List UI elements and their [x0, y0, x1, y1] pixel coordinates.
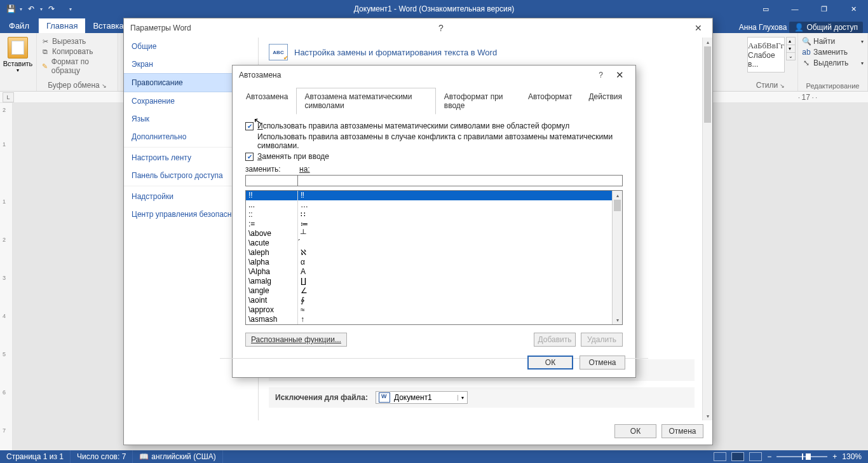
style-gallery-more-icon[interactable]: ⌄ — [787, 53, 795, 60]
ac-tab-autoformat-type[interactable]: Автоформат при вводе — [436, 88, 520, 114]
row-with: ┴ — [298, 229, 612, 238]
zoom-out-button[interactable]: − — [767, 452, 771, 461]
scroll-up-icon[interactable]: ▴ — [613, 191, 622, 200]
scroll-up-icon[interactable]: ▴ — [703, 38, 712, 46]
maximize-icon[interactable]: ❐ — [810, 0, 839, 18]
view-print-icon[interactable] — [731, 452, 744, 461]
ac-tab-actions[interactable]: Действия — [580, 88, 630, 114]
autocorrect-help-icon[interactable]: ? — [591, 71, 611, 79]
row-replace: :: — [246, 210, 298, 219]
checkbox-icon[interactable]: ✔ — [245, 122, 254, 130]
scroll-down-icon[interactable]: ▾ — [703, 411, 712, 420]
style-gallery-down-icon[interactable]: ▾ — [787, 45, 795, 53]
scroll-down-icon[interactable]: ▾ — [613, 315, 622, 324]
find-button[interactable]: 🔍Найти▾ — [802, 37, 864, 46]
dialog-launcher-icon[interactable]: ↘ — [102, 83, 107, 89]
qat-undo-dropdown[interactable]: ▾ — [38, 6, 44, 12]
chevron-down-icon[interactable]: ▾ — [458, 395, 467, 401]
checkbox-icon[interactable]: ✔ — [245, 153, 254, 161]
tab-home[interactable]: Главная — [39, 18, 85, 33]
ac-tab-autoformat[interactable]: Автоформат — [520, 88, 581, 114]
list-row[interactable]: \AlphaΑ — [246, 267, 612, 277]
share-button[interactable]: 👤 Общий доступ — [789, 22, 863, 33]
copy-icon: ⧉ — [41, 47, 50, 56]
cut-button[interactable]: ✂Вырезать — [41, 37, 114, 46]
redo-icon[interactable]: ↷ — [44, 2, 58, 16]
status-page[interactable]: Страница 1 из 1 — [0, 450, 71, 463]
list-row[interactable]: ::∷ — [246, 210, 612, 219]
zoom-slider[interactable] — [776, 456, 827, 457]
zoom-level[interactable]: 130% — [842, 452, 862, 461]
chk-use-math-outside[interactable]: ✔ Использовать правила автозамены матема… — [245, 121, 623, 130]
options-cancel-button[interactable]: Отмена — [661, 424, 703, 438]
options-close-icon[interactable]: ✕ — [691, 23, 706, 33]
titlebar: 💾 ▾ ↶ ▾ ↷ ▾ Документ1 - Word (Ознакомите… — [0, 0, 868, 18]
minimize-icon[interactable]: — — [780, 0, 810, 18]
tab-selector[interactable]: L — [3, 92, 14, 102]
list-row[interactable]: \asmash↑ — [246, 315, 612, 324]
ribbon-display-options-icon[interactable]: ▭ — [751, 0, 780, 18]
find-label: Найти — [813, 37, 835, 46]
list-row[interactable]: \angle∠ — [246, 286, 612, 296]
options-ok-button[interactable]: ОК — [614, 424, 656, 438]
view-read-icon[interactable] — [714, 452, 726, 461]
format-painter-label: Формат по образцу — [51, 57, 114, 75]
editing-group-label: Редактирование — [802, 81, 864, 91]
add-button[interactable]: Добавить — [534, 333, 576, 347]
undo-icon[interactable]: ↶ — [24, 2, 38, 16]
qat-save-dropdown[interactable]: ▾ — [18, 6, 24, 12]
format-painter-button[interactable]: ✎Формат по образцу — [41, 57, 114, 75]
delete-button[interactable]: Удалить — [581, 333, 623, 347]
paste-dropdown-icon[interactable]: ▾ — [17, 67, 19, 73]
status-word-count[interactable]: Число слов: 7 — [71, 450, 133, 463]
list-row[interactable]: !!‼ — [246, 191, 612, 200]
list-scrollbar[interactable]: ▴ ▾ — [612, 191, 622, 324]
style-card[interactable]: АаБбВвГг Слабое в... — [747, 37, 785, 73]
statusbar: Страница 1 из 1 Число слов: 7 📖английски… — [0, 450, 868, 463]
vertical-ruler[interactable]: 2 1 1 2 3 4 5 6 7 — [0, 103, 13, 450]
list-row[interactable]: \acuté — [246, 238, 612, 248]
status-language[interactable]: 📖английский (США) — [133, 450, 222, 463]
list-row[interactable]: \alephℵ — [246, 248, 612, 258]
tab-file[interactable]: Файл — [0, 18, 39, 33]
select-button[interactable]: ⤡Выделить▾ — [802, 59, 864, 67]
list-row[interactable]: \amalg∐ — [246, 277, 612, 286]
qat-customize-dropdown[interactable]: ▾ — [67, 6, 74, 12]
view-web-icon[interactable] — [749, 452, 762, 461]
ac-tab-math[interactable]: Автозамена математическими символами — [296, 88, 435, 114]
scroll-thumb[interactable] — [614, 200, 621, 211]
recognized-functions-button[interactable]: Распознанные функции... — [245, 333, 347, 347]
list-row[interactable]: :=≔ — [246, 219, 612, 229]
options-scrollbar[interactable]: ▴ ▾ — [702, 38, 712, 420]
scroll-thumb[interactable] — [704, 46, 711, 123]
list-row[interactable]: \aoint∳ — [246, 296, 612, 305]
autocorrect-close-icon[interactable]: ✕ — [611, 69, 629, 81]
sidebar-item-general[interactable]: Общие — [124, 38, 258, 55]
copy-button[interactable]: ⧉Копировать — [41, 47, 114, 56]
exceptions-file-combo[interactable]: Документ1 ▾ — [376, 391, 468, 404]
list-row[interactable]: \alphaα — [246, 258, 612, 267]
dialog-launcher-icon[interactable]: ↘ — [780, 83, 785, 89]
list-row[interactable]: ...… — [246, 200, 612, 210]
save-icon[interactable]: 💾 — [4, 2, 18, 16]
row-replace: \amalg — [246, 277, 298, 286]
list-row[interactable]: \above┴ — [246, 229, 612, 238]
window-controls: ▭ — ❐ ✕ — [751, 0, 868, 18]
select-dropdown-icon[interactable]: ▾ — [861, 60, 864, 66]
zoom-in-button[interactable]: + — [832, 452, 837, 461]
replace-input[interactable] — [245, 175, 297, 186]
with-input[interactable] — [297, 175, 623, 186]
user-name-label: Анна Глухова — [739, 23, 787, 32]
ac-tab-autocorrect[interactable]: Автозамена — [238, 88, 296, 114]
replace-button[interactable]: abЗаменить — [802, 48, 864, 57]
style-gallery-up-icon[interactable]: ▴ — [787, 38, 795, 45]
find-dropdown-icon[interactable]: ▾ — [861, 39, 864, 45]
close-icon[interactable]: ✕ — [839, 0, 868, 18]
paste-button[interactable]: Вставить ▾ — [4, 34, 32, 73]
list-row[interactable]: \approx≈ — [246, 305, 612, 315]
ac-cancel-button[interactable]: Отмена — [580, 356, 625, 370]
ac-ok-button[interactable]: ОК — [527, 356, 573, 370]
chk-replace-as-type[interactable]: ✔ Заменять при вводе — [245, 152, 623, 161]
options-help-icon[interactable]: ? — [435, 23, 447, 33]
replacement-list[interactable]: !!‼...…::∷:=≔\above┴\acuté\alephℵ\alpha… — [245, 190, 623, 325]
